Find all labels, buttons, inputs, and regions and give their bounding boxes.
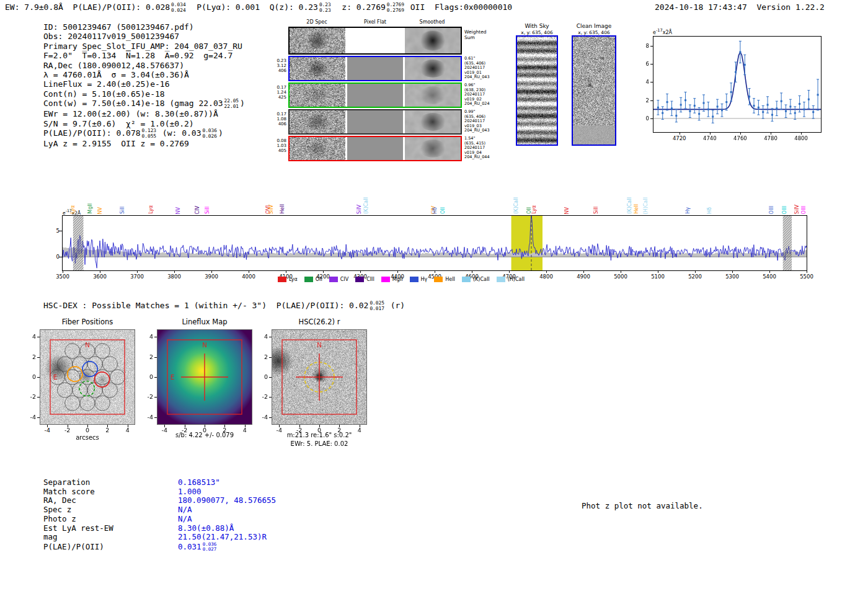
spec2d-smoothed-image (405, 137, 461, 160)
legend-label: MgII (392, 277, 403, 282)
x-tick-label: 2 (101, 427, 113, 433)
info-line: F=2.0" T̅=0.134 N̅=1.28 A̅=0.92 g=24.7 (43, 51, 245, 60)
emission-line-label: (K)CaII (363, 197, 369, 214)
x-tick-label: 4780 (760, 135, 782, 141)
y-tick-mark (37, 397, 40, 398)
emission-line-label: SiII (120, 207, 125, 214)
sup-sub-stack: 0.0360.026 (202, 128, 216, 139)
text-segment: EWr = 12.00(±2.00) (w: 8.30(±0.87))Å (43, 109, 218, 118)
info-line: λ = 4760.01Å σ = 3.04(±0.36)Å (43, 70, 245, 79)
emission-line-label: SiII (593, 207, 599, 214)
y-tick-label: 2 (255, 353, 268, 360)
hsc-cutout-frame (272, 329, 367, 425)
y-tick-label: -2 (255, 393, 268, 400)
x-tick-label: 5100 (645, 273, 670, 280)
legend-label: OII (316, 277, 322, 282)
match-value: 180.090077, 48.576655 (178, 495, 276, 505)
clean-image (573, 37, 615, 144)
text-segment: LineFlux = 2.40(±0.25)e-16 (43, 79, 170, 89)
emission-line-label: (K)CaII (627, 197, 632, 214)
emission-line-label: Hδ (707, 207, 712, 214)
text-segment: 1.000 (178, 487, 202, 496)
y-tick-label: 2 (141, 353, 153, 360)
fiber-cutout-frame (40, 329, 135, 425)
text-segment: P(LAE)/P(OII): 0.078 (43, 128, 141, 138)
spec2d-smoothed-image (405, 110, 461, 133)
text-segment: S/N = 9.7(±0.6) χ² = 1.0(±0.2) (43, 119, 194, 128)
fiber-cutout-title: Fiber Positions (40, 318, 135, 326)
sub-value: 0.017 (370, 306, 384, 312)
right-label-line: 204_RU_024 (464, 102, 490, 107)
report-version: Version 1.22.2 (756, 2, 825, 12)
emission-line-label: OII (440, 207, 446, 214)
x-tick-label: 5200 (683, 273, 707, 280)
y-tick-label: 0 (639, 115, 649, 122)
fiber-positions-image (40, 330, 135, 424)
y-tick-label: -4 (24, 414, 36, 420)
text-segment: P(Lyα): 0.001 Q(z): 0.23 (187, 2, 318, 12)
text-segment: ) (218, 128, 223, 138)
emission-line-label: Lyα (70, 205, 76, 214)
x-tick-mark (435, 270, 435, 273)
weighted-sum-line: Sum (464, 35, 487, 41)
y-tick-label: -4 (141, 414, 153, 420)
x-tick-mark (360, 270, 361, 273)
x-tick-mark (100, 270, 100, 273)
spec2d-weighted-row (288, 27, 462, 55)
emission-line-label: SiII (205, 207, 210, 214)
y-tick-mark (269, 397, 272, 398)
y-tick-label: -4 (255, 414, 268, 420)
x-tick-mark (164, 425, 165, 427)
legend-swatch (355, 277, 364, 282)
emission-line-label: OIII (769, 206, 774, 214)
x-tick-mark (658, 270, 658, 273)
left-label-line: 1.24 (268, 90, 286, 95)
x-tick-label: 4740 (699, 135, 721, 141)
x-tick-mark (245, 425, 246, 427)
x-tick-mark (710, 132, 711, 135)
emission-line-label: SiIV (356, 205, 362, 214)
x-tick-mark (801, 132, 802, 135)
y-tick-mark (650, 64, 653, 64)
y-tick-mark (269, 377, 272, 378)
y-tick-mark (59, 231, 62, 231)
legend-label: (H)CaII (508, 277, 525, 282)
report-datetime: 2024-10-18 17:43:47 (655, 2, 747, 12)
sup-sub-stack: 0.0250.017 (370, 301, 384, 311)
emission-line-label: (K)CaII (513, 197, 519, 214)
right-label-line: 204_RU_043 (464, 128, 490, 133)
match-label: Separation (43, 478, 178, 487)
hsc-match-summary: HSC-DEX : Possible Matches = 1 (within +… (43, 301, 405, 311)
legend-swatch (497, 277, 505, 282)
info-line: Cont(w) = 7.50(±0.14)e-18 (gmag 22.0322.… (43, 99, 245, 109)
emission-line-label: CIV (195, 206, 200, 214)
info-line: Primary Spec_Slot_IFU_AMP: 204_087_037_R… (43, 42, 245, 51)
y-tick-mark (37, 417, 40, 418)
emission-line-label: SiIV (794, 205, 800, 214)
emission-line-label: HeII (280, 204, 285, 214)
left-label-line: 425 (268, 95, 286, 100)
x-tick-mark (128, 425, 128, 427)
withsky-title: With Sky (506, 23, 568, 29)
legend-item: CIII (355, 277, 374, 282)
spec2d-pixelflat-cell (347, 57, 403, 80)
spec2d-2dspec-image (290, 110, 345, 133)
match-row: Separation0.168513" (43, 478, 276, 487)
x-tick-mark (771, 132, 771, 135)
spec2d-row-right-labels: 0.99"(635, 406)20240117v019_03204_RU_043 (464, 110, 490, 133)
info-line: LineFlux = 2.40(±0.25)e-16 (43, 79, 245, 89)
right-label-line: 204_RU_044 (464, 155, 490, 160)
legend-item: MgII (381, 277, 403, 282)
y-tick-mark (59, 257, 62, 257)
match-label: Match score (43, 487, 178, 497)
x-tick-mark (360, 425, 360, 427)
weighted-pixelflat-cell (347, 28, 403, 53)
lineflux-cutout-title: Lineflux Map (157, 318, 252, 326)
legend-swatch (381, 277, 390, 282)
match-value: N/A (178, 505, 192, 514)
x-tick-label: 3600 (87, 273, 112, 280)
x-tick-mark (323, 270, 324, 273)
y-tick-mark (650, 46, 653, 47)
match-value: 1.000 (178, 487, 202, 496)
emission-line-label: MgII (87, 203, 93, 214)
